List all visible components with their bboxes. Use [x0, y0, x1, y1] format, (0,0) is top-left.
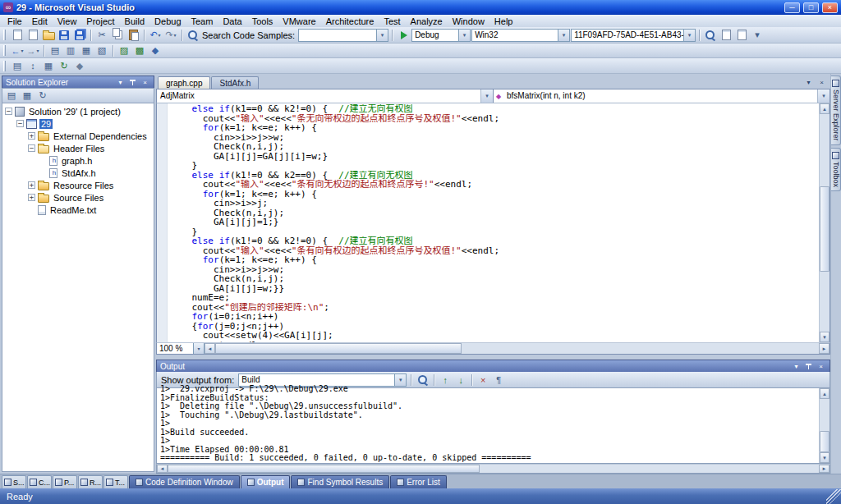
find-combo[interactable]: 11F09AFD-75AD-4E51-AB43-E09H ▾: [571, 29, 696, 42]
window-position-icon[interactable]: ▾: [791, 362, 802, 371]
menu-window[interactable]: Window: [448, 16, 489, 26]
solution-explorer-header[interactable]: Solution Explorer ▾ ×: [2, 76, 154, 88]
refresh-icon[interactable]: ↻: [35, 89, 50, 103]
toolbar-grip[interactable]: [3, 30, 6, 40]
toggle-bookmark-icon[interactable]: ◆: [148, 44, 163, 57]
new-project-icon[interactable]: [10, 29, 25, 42]
scroll-up-icon[interactable]: ▲: [820, 388, 830, 399]
menu-test[interactable]: Test: [379, 16, 405, 26]
tree-item-stdafx-h[interactable]: StdAfx.h: [2, 167, 154, 179]
show-all-files-icon[interactable]: ▦: [20, 89, 34, 103]
menu-tools[interactable]: Tools: [247, 16, 278, 26]
search-button[interactable]: [186, 29, 200, 42]
paste-icon[interactable]: [126, 29, 140, 42]
scrollbar-track[interactable]: [168, 465, 819, 473]
tree-expander-icon[interactable]: −: [5, 108, 12, 115]
chevron-down-icon[interactable]: ▾: [458, 30, 470, 41]
output-text[interactable]: 1> 29.vcxproj -> F:\29\.\Debug\29.exe1>F…: [157, 385, 819, 463]
tab-stdafx-h[interactable]: StdAfx.h: [211, 76, 259, 89]
menu-vmware[interactable]: VMware: [278, 16, 320, 26]
output-tab[interactable]: Output: [241, 475, 291, 488]
chevron-down-icon[interactable]: ▾: [193, 343, 204, 354]
solution-explorer-tab[interactable]: S...: [2, 475, 26, 488]
refresh-view-icon[interactable]: ↻: [57, 59, 71, 72]
editor-horizontal-scrollbar[interactable]: ◄ ►: [205, 343, 830, 354]
close-button[interactable]: ×: [822, 2, 838, 13]
scroll-left-icon[interactable]: ◄: [205, 343, 215, 354]
scrollbar-track[interactable]: [215, 343, 819, 354]
tab-graph-cpp[interactable]: graph.cpp: [158, 76, 210, 89]
code-definition-window-tab[interactable]: Code Definition Window: [129, 475, 240, 488]
active-files-dropdown-icon[interactable]: ▾: [802, 77, 815, 88]
maximize-button[interactable]: □: [803, 2, 819, 13]
menu-help[interactable]: Help: [489, 16, 518, 26]
toolbar-grip[interactable]: [3, 45, 6, 56]
tree-expander-icon[interactable]: −: [28, 144, 35, 152]
find-symbol-results-tab[interactable]: Find Symbol Results: [291, 475, 389, 488]
menu-analyze[interactable]: Analyze: [406, 16, 448, 26]
properties-icon[interactable]: ▤: [4, 89, 19, 103]
object-browser-icon[interactable]: ▧: [94, 44, 109, 57]
editor-vertical-scrollbar[interactable]: ▲ ▼: [819, 103, 830, 342]
tree-item-resource-files[interactable]: +Resource Files: [2, 179, 154, 191]
scroll-left-icon[interactable]: ◄: [157, 465, 168, 473]
tree-expander-icon[interactable]: +: [28, 132, 35, 140]
solution-configurations-combo[interactable]: Debug ▾: [411, 29, 471, 42]
scrollbar-thumb[interactable]: [215, 343, 462, 354]
tree-item-graph-h[interactable]: graph.h: [2, 154, 154, 167]
output-horizontal-scrollbar[interactable]: ◄ ►: [156, 464, 830, 474]
menu-build[interactable]: Build: [120, 16, 149, 26]
navigate-backward-icon[interactable]: ←▾: [10, 44, 25, 57]
scrollbar-thumb[interactable]: [820, 186, 830, 272]
menu-edit[interactable]: Edit: [27, 16, 53, 26]
class-view-tab[interactable]: C...: [27, 475, 52, 488]
close-icon[interactable]: ×: [816, 362, 826, 371]
sort-objects-icon[interactable]: ↕: [25, 59, 40, 72]
menu-file[interactable]: File: [2, 16, 27, 26]
scrollbar-track[interactable]: [820, 114, 830, 332]
zoom-combo[interactable]: 100 % ▾: [157, 343, 205, 354]
search-code-samples-combo[interactable]: ▾: [298, 29, 388, 42]
error-list-tab[interactable]: Error List: [390, 475, 447, 488]
tree-item-29[interactable]: −29: [2, 117, 154, 130]
find-in-files-icon[interactable]: [703, 29, 718, 42]
minimize-button[interactable]: ─: [784, 2, 800, 13]
chevron-down-icon[interactable]: ▾: [376, 30, 388, 41]
team-explorer-tab[interactable]: T...: [103, 475, 128, 488]
toolbox-tab[interactable]: Toolbox: [831, 148, 841, 191]
cut-icon[interactable]: ✂: [94, 29, 109, 42]
types-dropdown[interactable]: AdjMatrix ▾: [157, 89, 494, 103]
menu-team[interactable]: Team: [186, 16, 218, 26]
tree-expander-icon[interactable]: +: [28, 181, 35, 189]
solution-platforms-combo[interactable]: Win32 ▾: [471, 29, 570, 42]
comment-selection-icon[interactable]: ▨: [117, 44, 131, 57]
close-document-icon[interactable]: ×: [816, 77, 828, 88]
scrollbar-thumb[interactable]: [168, 465, 480, 473]
chevron-down-icon[interactable]: ▾: [817, 89, 830, 103]
undo-icon[interactable]: ↶▾: [148, 29, 163, 42]
menu-debug[interactable]: Debug: [149, 16, 186, 26]
scroll-down-icon[interactable]: ▼: [820, 452, 830, 463]
code-editor[interactable]: else if(k1==0 && k2!=0) { //建立无向有权图 cout…: [156, 103, 830, 342]
scroll-down-icon[interactable]: ▼: [820, 332, 830, 342]
solution-explorer-window-icon[interactable]: ▥: [63, 44, 78, 57]
tree-item-readme-txt[interactable]: ReadMe.txt: [2, 204, 154, 216]
resource-view-tab[interactable]: R...: [78, 475, 103, 488]
toolbar-options-icon[interactable]: ▾: [750, 29, 765, 42]
scroll-right-icon[interactable]: ►: [819, 465, 830, 473]
view-settings-icon[interactable]: ◆: [72, 59, 87, 72]
copy-icon[interactable]: [110, 29, 125, 42]
tree-expander-icon[interactable]: −: [16, 120, 24, 127]
scrollbar-thumb[interactable]: [820, 431, 830, 452]
save-icon[interactable]: [57, 29, 71, 42]
menu-architecture[interactable]: Architecture: [321, 16, 379, 26]
chevron-down-icon[interactable]: ▾: [558, 30, 569, 41]
menu-view[interactable]: View: [53, 16, 82, 26]
auto-hide-pin-icon[interactable]: [127, 78, 138, 87]
menu-data[interactable]: Data: [218, 16, 246, 26]
save-all-icon[interactable]: [72, 29, 87, 42]
menu-project[interactable]: Project: [81, 16, 119, 26]
display-objects-icon[interactable]: ▤: [10, 59, 25, 72]
properties-window-icon[interactable]: ▦: [79, 44, 94, 57]
open-file-icon[interactable]: [41, 29, 56, 42]
